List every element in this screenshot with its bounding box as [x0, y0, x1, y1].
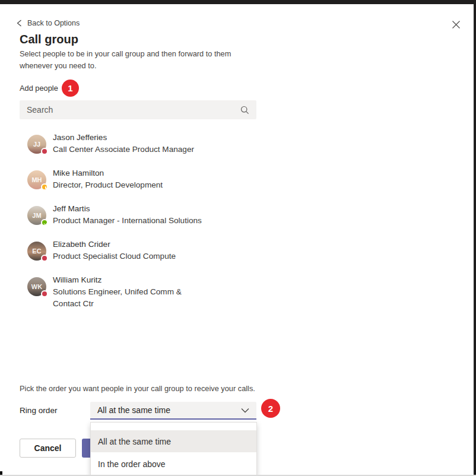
back-link-label: Back to Options [27, 19, 80, 27]
avatar: EC [27, 242, 46, 261]
add-people-label: Add people [20, 84, 58, 93]
page-title: Call group [20, 33, 78, 46]
page-description: Select people to be in your call group a… [20, 48, 258, 72]
ring-order-select[interactable]: All at the same time [90, 402, 256, 420]
list-item[interactable]: WK William Kuritz Solutions Engineer, Un… [27, 274, 195, 310]
step-badge-2: 2 [261, 399, 280, 418]
dropdown-option-all-at-same-time[interactable]: All at the same time [91, 430, 256, 452]
avatar: WK [27, 277, 46, 296]
close-icon [452, 20, 461, 29]
chevron-left-icon [17, 20, 22, 27]
person-title: Solutions Engineer, Unifed Comm & Contac… [53, 286, 195, 310]
search-icon [240, 106, 249, 115]
person-name: William Kuritz [53, 274, 195, 286]
avatar: JM [27, 206, 46, 225]
status-away-icon [41, 183, 48, 191]
ring-order-label: Ring order [20, 406, 57, 415]
person-name: Elizabeth Crider [53, 239, 176, 250]
list-item[interactable]: JJ Jason Jefferies Call Center Associate… [27, 132, 194, 156]
person-title: Product Manager - International Solution… [53, 215, 202, 227]
cursor-artifact [0, 471, 2, 475]
status-available-icon [41, 219, 48, 226]
dropdown-spacer [91, 423, 256, 430]
close-button[interactable] [450, 18, 462, 30]
person-name: Mike Hamilton [53, 167, 163, 179]
status-busy-icon [41, 255, 48, 262]
cancel-button[interactable]: Cancel [20, 439, 76, 458]
person-title: Call Center Associate Product Manager [53, 144, 194, 156]
avatar: MH [27, 170, 46, 189]
list-item[interactable]: EC Elizabeth Crider Product Specialist C… [27, 239, 176, 262]
ring-order-dropdown-menu: All at the same time In the order above [90, 422, 257, 476]
search-input[interactable] [20, 105, 240, 115]
person-title: Product Specialist Cloud Compute [53, 250, 176, 262]
list-item[interactable]: MH Mike Hamilton Director, Product Devel… [27, 167, 163, 191]
person-name: Jason Jefferies [53, 132, 194, 144]
call-group-dialog: Back to Options Call group Select people… [0, 0, 476, 476]
status-busy-icon [41, 148, 48, 155]
dropdown-option-in-order-above[interactable]: In the order above [91, 452, 256, 476]
list-item[interactable]: JM Jeff Martis Product Manager - Interna… [27, 203, 202, 227]
search-box [20, 100, 256, 119]
ring-order-instruction: Pick the order you want people in your c… [20, 384, 255, 393]
person-title: Director, Product Development [53, 179, 163, 191]
person-name: Jeff Martis [53, 203, 202, 215]
status-busy-icon [41, 290, 48, 297]
back-to-options-link[interactable]: Back to Options [17, 19, 80, 27]
window-top-border [0, 0, 476, 4]
chevron-down-icon [241, 408, 249, 413]
window-right-border [474, 0, 476, 476]
step-badge-1: 1 [62, 80, 79, 97]
ring-order-selected-value: All at the same time [90, 405, 241, 415]
avatar: JJ [27, 135, 46, 154]
